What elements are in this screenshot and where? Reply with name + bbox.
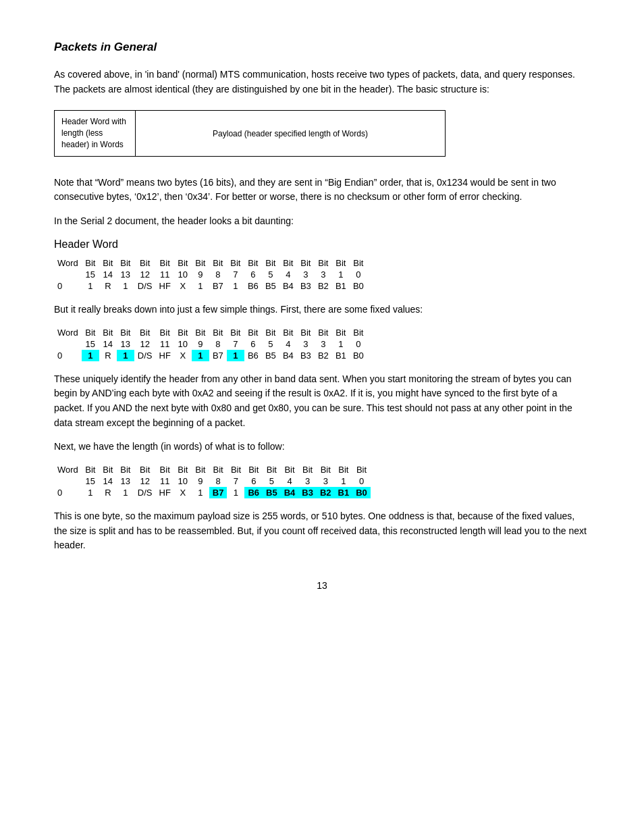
highlight-cell: 1 <box>192 350 209 361</box>
highlight-cell: B6 <box>244 487 263 498</box>
section-title: Packets in General <box>54 41 590 54</box>
highlight-cell: B4 <box>281 487 299 498</box>
serial2-paragraph: In the Serial 2 document, the header loo… <box>54 214 590 229</box>
highlight-cell: 1 <box>117 350 134 361</box>
note-paragraph: Note that “Word” means two bytes (16 bit… <box>54 176 590 205</box>
table-row: Word Bit Bit Bit Bit Bit Bit Bit Bit Bit… <box>54 257 367 269</box>
highlight-cell: B3 <box>298 487 317 498</box>
packet-diagram: Header Word with length (less header) in… <box>54 110 446 156</box>
header-word-subtitle: Header Word <box>54 238 590 251</box>
highlight-cell: B0 <box>352 487 371 498</box>
packet-payload-cell: Payload (header specified length of Word… <box>136 111 445 155</box>
table-row: 0 1 R 1 D/S HF X 1 B7 1 B6 B5 B4 B3 B2 B… <box>54 280 367 292</box>
table-row: 15 14 13 12 11 10 9 8 7 6 5 4 3 3 1 0 <box>54 269 367 280</box>
table-row: 15 14 13 12 11 10 9 8 7 6 5 4 3 3 1 0 <box>54 475 371 487</box>
intro-paragraph-1: As covered above, in 'in band' (normal) … <box>54 68 590 97</box>
table-row: 0 1 R 1 D/S HF X 1 B7 1 B6 B5 B4 B3 B2 B… <box>54 350 367 361</box>
highlight-cell: B5 <box>263 487 281 498</box>
table1: Word Bit Bit Bit Bit Bit Bit Bit Bit Bit… <box>54 257 367 292</box>
onebyte-paragraph: This is one byte, so the maximum payload… <box>54 509 590 553</box>
table2: Word Bit Bit Bit Bit Bit Bit Bit Bit Bit… <box>54 327 367 361</box>
highlight-cell: 1 <box>82 350 99 361</box>
highlight-cell: 1 <box>227 350 244 361</box>
table3: Word Bit Bit Bit Bit Bit Bit Bit Bit Bit… <box>54 464 371 498</box>
identify-paragraph: These uniquely identify the header from … <box>54 372 590 431</box>
breakdown-paragraph: But it really breaks down into just a fe… <box>54 303 590 317</box>
page-number: 13 <box>54 580 590 591</box>
table-row: 15 14 13 12 11 10 9 8 7 6 5 4 3 3 1 0 <box>54 338 367 350</box>
highlight-cell: B1 <box>335 487 353 498</box>
table-row: 0 1 R 1 D/S HF X 1 B7 1 B6 B5 B4 B3 B2 B… <box>54 487 371 498</box>
table-row: Word Bit Bit Bit Bit Bit Bit Bit Bit Bit… <box>54 464 371 475</box>
highlight-cell: B7 <box>209 487 227 498</box>
highlight-cell: B2 <box>317 487 335 498</box>
length-paragraph: Next, we have the length (in words) of w… <box>54 440 590 454</box>
packet-header-cell: Header Word with length (less header) in… <box>55 111 136 155</box>
table-row: Word Bit Bit Bit Bit Bit Bit Bit Bit Bit… <box>54 327 367 338</box>
